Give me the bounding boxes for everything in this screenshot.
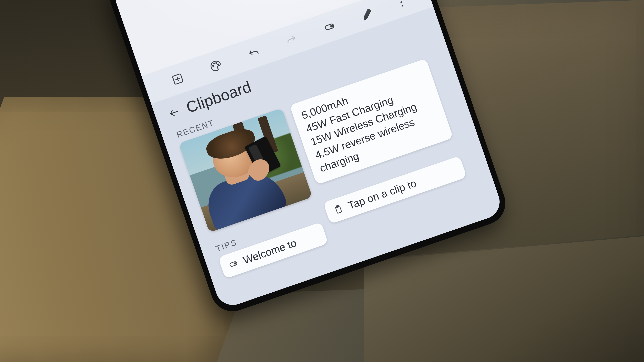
clip-item-text[interactable]: 5,000mAh 45W Fast Charging 15W Wireless … [290, 58, 454, 185]
undo-icon[interactable] [242, 42, 265, 64]
svg-point-5 [216, 62, 217, 64]
redo-icon [280, 29, 303, 51]
more-icon[interactable] [394, 0, 408, 12]
edit-icon[interactable] [356, 2, 379, 25]
svg-point-3 [212, 65, 214, 66]
tip-card-text: Tap on a clip to [346, 177, 418, 212]
svg-point-10 [400, 1, 402, 3]
toggle-icon[interactable] [318, 15, 341, 38]
add-icon[interactable] [167, 68, 189, 90]
svg-point-11 [402, 4, 404, 7]
svg-point-8 [330, 24, 333, 28]
svg-point-4 [213, 63, 215, 64]
svg-point-14 [234, 262, 236, 265]
svg-rect-13 [230, 261, 237, 267]
svg-point-6 [218, 64, 219, 65]
back-icon[interactable] [167, 105, 182, 120]
palette-icon[interactable] [204, 55, 227, 77]
svg-rect-7 [325, 23, 334, 30]
